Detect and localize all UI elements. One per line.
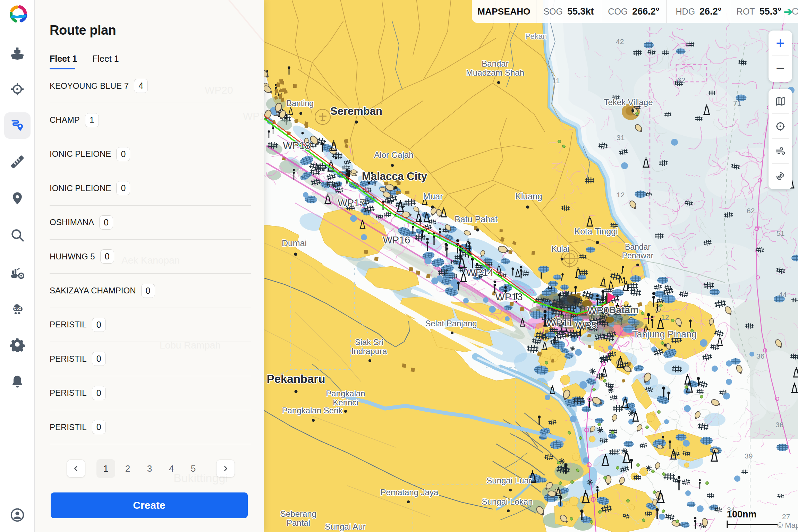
svg-text:WP13: WP13 [495, 291, 523, 302]
svg-text:Dumai: Dumai [282, 238, 307, 248]
svg-text:Tanjung Pinang: Tanjung Pinang [632, 329, 697, 340]
svg-text:Tekek Village: Tekek Village [604, 97, 653, 107]
svg-text:Pekanbaru: Pekanbaru [267, 372, 325, 385]
svg-text:Bandar: Bandar [625, 242, 651, 251]
svg-text:Kota Tinggi: Kota Tinggi [574, 226, 618, 236]
svg-text:42: 42 [616, 37, 624, 45]
svg-text:Muadzam Shah: Muadzam Shah [466, 68, 524, 77]
svg-text:Pangkalan: Pangkalan [326, 389, 365, 398]
svg-text:Sungai Luar: Sungai Luar [486, 476, 531, 485]
svg-text:WP18: WP18 [283, 140, 311, 151]
svg-text:WP17: WP17 [338, 197, 365, 208]
svg-text:Batam: Batam [609, 304, 639, 315]
svg-text:36: 36 [775, 421, 783, 429]
svg-text:Bandar: Bandar [482, 59, 508, 68]
svg-text:Pantai: Pantai [287, 518, 310, 527]
svg-text:12: 12 [661, 313, 669, 321]
svg-text:Pangkalan Serik: Pangkalan Serik [282, 406, 343, 415]
svg-text:Sungai Lokan: Sungai Lokan [482, 497, 533, 506]
svg-text:27: 27 [616, 447, 624, 455]
svg-text:WP14: WP14 [466, 267, 494, 278]
svg-text:Pematang Jaya: Pematang Jaya [381, 488, 439, 497]
svg-text:62: 62 [677, 76, 685, 84]
svg-text:Indrapura: Indrapura [351, 346, 387, 356]
svg-text:36: 36 [756, 352, 764, 360]
svg-text:44: 44 [779, 291, 787, 299]
svg-text:WP16: WP16 [383, 234, 410, 246]
svg-text:62: 62 [747, 207, 755, 215]
svg-text:Banting: Banting [287, 99, 314, 108]
svg-text:12: 12 [617, 191, 625, 199]
svg-text:Selat Panjang: Selat Panjang [425, 319, 477, 328]
svg-text:Kluang: Kluang [515, 191, 542, 201]
svg-text:39: 39 [745, 452, 753, 460]
svg-text:Alor Gajah: Alor Gajah [374, 150, 413, 160]
svg-text:Seberang: Seberang [280, 509, 316, 518]
svg-text:Siak Sri: Siak Sri [355, 337, 384, 347]
svg-text:Penawar: Penawar [622, 251, 654, 260]
svg-text:71: 71 [733, 99, 741, 107]
svg-text:27: 27 [782, 513, 790, 521]
svg-text:Batu Pahat: Batu Pahat [455, 214, 498, 224]
svg-text:51: 51 [776, 229, 784, 237]
svg-text:Kulai: Kulai [551, 244, 569, 254]
svg-text:WP5: WP5 [575, 320, 597, 331]
svg-text:Muar: Muar [423, 191, 443, 201]
svg-text:WP11: WP11 [546, 317, 573, 328]
svg-text:Seremban: Seremban [330, 105, 382, 117]
svg-text:31: 31 [617, 134, 625, 141]
svg-text:Malacca City: Malacca City [362, 170, 427, 182]
svg-text:Sungai Aur: Sungai Aur [325, 522, 365, 531]
svg-text:11: 11 [552, 77, 560, 85]
svg-text:Pekan: Pekan [525, 32, 547, 41]
svg-text:Co2: Co2 [14, 306, 21, 310]
